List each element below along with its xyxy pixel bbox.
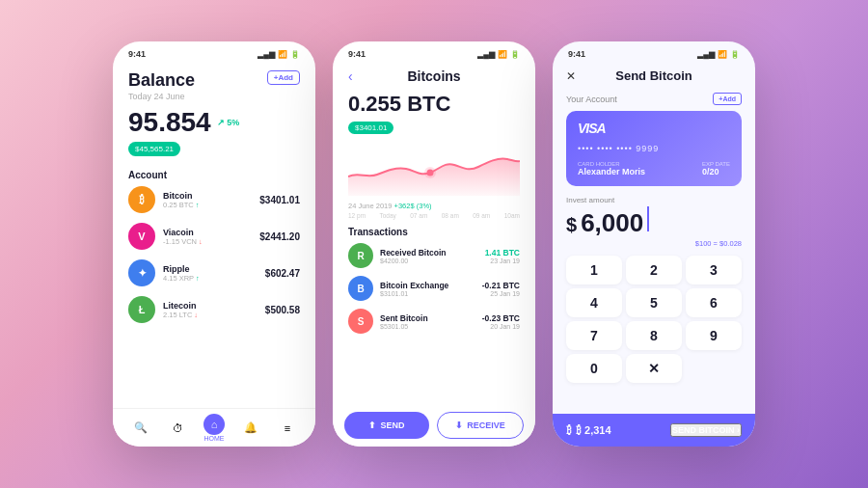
exp-date-label: EXP DATE bbox=[702, 161, 730, 167]
numpad: 1 2 3 4 5 6 7 8 9 0 ✕ bbox=[566, 256, 742, 383]
rate-info: $100 = $0.028 bbox=[566, 239, 742, 248]
phone-bitcoins: 9:41 ▂▄▆ 📶 🔋 ‹ Bitcoins 0.255 BTC $3401.… bbox=[333, 41, 535, 447]
screen2-footer: ⬆ SEND ⬇ RECEIVE bbox=[333, 404, 535, 447]
transactions-label: Transactions bbox=[348, 227, 520, 237]
tx-exchange-icon: B bbox=[348, 276, 373, 301]
account-item[interactable]: Ł Litecoin 2.15 LTC↓ $500.58 bbox=[128, 296, 300, 323]
account-item[interactable]: V Viacoin -1.15 VCN↓ $2441.20 bbox=[128, 223, 300, 250]
visa-card: VISA •••• •••• •••• 9999 CARD HOLDER Ale… bbox=[566, 111, 742, 186]
balance-change: ↗ 5% bbox=[217, 118, 240, 127]
footer-btc: ₿ ₿ 2,314 bbox=[566, 424, 611, 436]
bell-nav-icon[interactable]: 🔔 bbox=[240, 418, 261, 439]
chart-labels: 12 pm Today 07 am 08 am 09 am 10am bbox=[348, 212, 520, 219]
send-footer: ₿ ₿ 2,314 SEND BITCOIN › bbox=[553, 414, 755, 447]
tx-item[interactable]: S Sent Bitcoin $5301.05 -0.23 BTC 20 Jan… bbox=[348, 309, 520, 334]
close-button[interactable]: ✕ bbox=[566, 69, 576, 83]
search-nav-icon[interactable]: 🔍 bbox=[130, 418, 151, 439]
add-account-button[interactable]: +Add bbox=[713, 93, 742, 105]
send-bitcoin-header: ✕ Send Bitcoin bbox=[566, 68, 742, 83]
num-1-button[interactable]: 1 bbox=[566, 256, 622, 285]
num-8-button[interactable]: 8 bbox=[626, 321, 682, 350]
num-5-button[interactable]: 5 bbox=[626, 288, 682, 317]
status-time-1: 9:41 bbox=[128, 49, 146, 59]
balance-amount: 95.854 ↗ 5% bbox=[128, 107, 300, 138]
num-2-button[interactable]: 2 bbox=[626, 256, 682, 285]
visa-logo: VISA bbox=[578, 121, 730, 136]
chart-info: 24 June 2019 +362$ (3%) bbox=[348, 202, 520, 210]
menu-nav-icon[interactable]: ≡ bbox=[277, 418, 298, 439]
btc-usd-badge: $3401.01 bbox=[348, 122, 393, 134]
receive-button[interactable]: ⬇ RECEIVE bbox=[437, 412, 524, 439]
num-0-button[interactable]: 0 bbox=[566, 354, 622, 383]
tx-received-icon: R bbox=[348, 243, 373, 268]
balance-title: Balance bbox=[128, 70, 195, 91]
bitcoins-header: ‹ Bitcoins bbox=[348, 68, 520, 84]
home-nav-label: HOME bbox=[203, 435, 225, 442]
card-number: •••• •••• •••• 9999 bbox=[578, 144, 730, 153]
litecoin-icon: Ł bbox=[128, 296, 155, 323]
home-nav-icon[interactable]: ⌂ bbox=[203, 414, 225, 435]
tx-sent-icon: S bbox=[348, 309, 373, 334]
num-4-button[interactable]: 4 bbox=[566, 288, 622, 317]
history-nav-icon[interactable]: ⏱ bbox=[167, 418, 188, 439]
status-bar-2: 9:41 ▂▄▆ 📶 🔋 bbox=[333, 41, 535, 63]
num-3-button[interactable]: 3 bbox=[686, 256, 742, 285]
num-6-button[interactable]: 6 bbox=[686, 288, 742, 317]
ripple-icon: ✦ bbox=[128, 259, 155, 286]
invest-amount-row: $ 6,000 bbox=[566, 206, 742, 238]
add-button[interactable]: +Add bbox=[267, 70, 300, 85]
balance-badge: $45,565.21 bbox=[128, 142, 180, 156]
invest-label: Invest amount bbox=[566, 196, 742, 204]
svg-point-1 bbox=[424, 167, 436, 178]
send-bitcoin-button[interactable]: SEND BITCOIN › bbox=[670, 423, 742, 437]
your-account-label: Your Account bbox=[566, 95, 617, 104]
bitcoin-icon: ₿ bbox=[128, 186, 155, 213]
status-time-3: 9:41 bbox=[568, 49, 585, 59]
send-bitcoin-title: Send Bitcoin bbox=[615, 68, 692, 83]
card-holder-value: Alexander Moris bbox=[578, 167, 645, 176]
btc-amount: 0.255 BTC bbox=[348, 92, 520, 117]
your-account-row: Your Account +Add bbox=[566, 93, 742, 105]
send-button[interactable]: ⬆ SEND bbox=[344, 412, 429, 439]
text-cursor bbox=[647, 206, 649, 231]
invest-amount: 6,000 bbox=[581, 208, 643, 238]
phone-send-bitcoin: 9:41 ▂▄▆ 📶 🔋 ✕ Send Bitcoin Your Account… bbox=[553, 41, 755, 447]
num-delete-button[interactable]: ✕ bbox=[626, 354, 682, 383]
phone-balance: 9:41 ▂▄▆ 📶 🔋 Balance Today 24 June +Add … bbox=[113, 41, 315, 447]
tx-item[interactable]: B Bitcoin Exchange $3101.01 -0.21 BTC 25… bbox=[348, 276, 520, 301]
account-item[interactable]: ✦ Ripple 4.15 XRP↑ $602.47 bbox=[128, 259, 300, 286]
num-9-button[interactable]: 9 bbox=[686, 321, 742, 350]
bottom-nav: 🔍 ⏱ ⌂ HOME 🔔 ≡ bbox=[113, 408, 315, 447]
status-icons-1: ▂▄▆ 📶 🔋 bbox=[258, 50, 300, 59]
status-bar-1: 9:41 ▂▄▆ 📶 🔋 bbox=[113, 41, 315, 63]
account-section-label: Account bbox=[128, 170, 300, 180]
account-item[interactable]: ₿ Bitcoin 0.25 BTC↑ $3401.01 bbox=[128, 186, 300, 213]
back-button[interactable]: ‹ bbox=[348, 68, 353, 84]
bitcoins-title: Bitcoins bbox=[407, 68, 460, 84]
exp-date-value: 0/20 bbox=[702, 167, 730, 176]
viacoin-icon: V bbox=[128, 223, 155, 250]
card-holder-label: CARD HOLDER bbox=[578, 161, 645, 167]
balance-date: Today 24 June bbox=[128, 92, 195, 101]
bitcoin-chart bbox=[348, 138, 520, 201]
balance-header: Balance Today 24 June +Add bbox=[128, 70, 300, 101]
status-bar-3: 9:41 ▂▄▆ 📶 🔋 bbox=[553, 41, 755, 63]
tx-item[interactable]: R Received Bitcoin $4200.00 1.41 BTC 23 … bbox=[348, 243, 520, 268]
dollar-sign: $ bbox=[566, 214, 577, 236]
status-time-2: 9:41 bbox=[348, 49, 366, 59]
num-7-button[interactable]: 7 bbox=[566, 321, 622, 350]
